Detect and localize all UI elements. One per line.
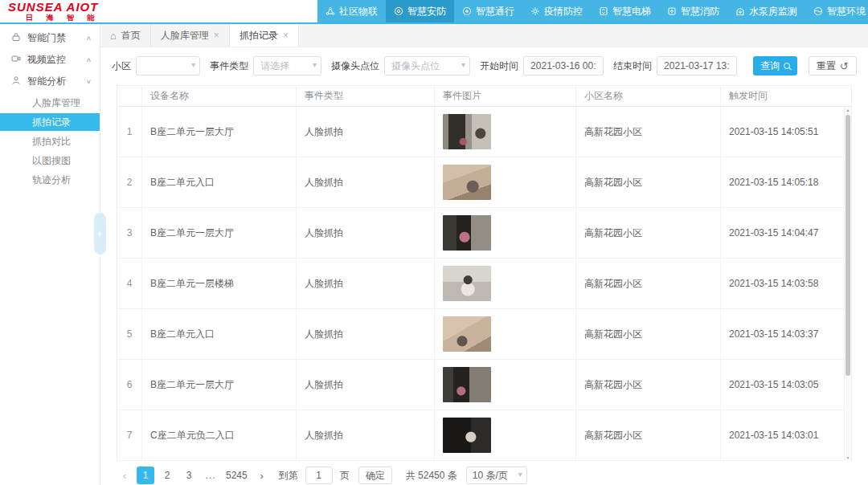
sidebar-item-label: 智能门禁: [27, 31, 80, 45]
page-size-select[interactable]: 10 条/页 ▾: [466, 467, 527, 484]
event-snapshot[interactable]: [443, 165, 491, 200]
camera-select[interactable]: 摄像头点位 ▾: [384, 56, 470, 75]
sidebar-item-search-by-image[interactable]: 以图搜图: [0, 152, 100, 169]
event-type-filter-label: 事件类型: [210, 59, 248, 73]
collapse-arrow-icon: ∧: [86, 35, 92, 42]
event-snapshot[interactable]: [443, 114, 491, 149]
goto-page-label: 到第: [279, 469, 298, 483]
logo: SUNSEA AIOT 日 海 智 能: [8, 1, 193, 22]
table-scrollbar[interactable]: ▲ ▼: [844, 107, 851, 461]
event-type: 人脸抓拍: [297, 410, 435, 460]
goto-page-input[interactable]: [305, 467, 333, 484]
row-index: 4: [117, 259, 142, 308]
device-column-header: 设备名称: [142, 86, 297, 106]
reset-button-label: 重置: [817, 59, 836, 73]
logo-text-en: SUNSEA AIOT: [8, 1, 193, 14]
table-row: 6 B座二单元一层大厅 人脸抓拍 高新花园小区 2021-03-15 14:03…: [117, 360, 851, 410]
sidebar-item-capture-compare[interactable]: 抓拍对比: [0, 132, 100, 150]
close-icon[interactable]: ×: [214, 30, 219, 41]
event-type: 人脸抓拍: [297, 309, 435, 359]
nav-item-elevator[interactable]: 智慧电梯: [591, 0, 659, 22]
trigger-time: 2021-03-15 14:05:51: [721, 107, 851, 157]
capture-records-table: 设备名称 事件类型 事件图片 小区名称 触发时间 1 B座二单元一层大厅 人脸抓…: [117, 85, 852, 461]
start-time-input[interactable]: [523, 56, 604, 75]
event-snapshot[interactable]: [443, 367, 491, 402]
row-index: 6: [117, 360, 142, 410]
camera-select-value: 摄像头点位: [391, 59, 440, 73]
community-name: 高新花园小区: [576, 259, 721, 308]
community-name: 高新花园小区: [576, 107, 721, 157]
sidebar-item-label: 视频监控: [27, 53, 80, 67]
device-name: B座二单元一层楼梯: [142, 259, 297, 308]
sidebar-item-intelligent-analysis[interactable]: 智能分析 ∨: [0, 71, 100, 92]
event-type: 人脸抓拍: [297, 360, 435, 410]
event-type-select[interactable]: 请选择 ▾: [253, 56, 321, 75]
community-icon: [326, 6, 335, 16]
community-filter-label: 小区: [112, 59, 131, 73]
prev-page-button[interactable]: ‹: [117, 470, 133, 482]
nav-item-environment[interactable]: 智慧环境: [805, 0, 868, 22]
close-icon[interactable]: ×: [283, 30, 289, 41]
event-type: 人脸抓拍: [297, 157, 435, 207]
event-type-column-header: 事件类型: [297, 86, 435, 106]
goto-confirm-button[interactable]: 确定: [358, 467, 392, 484]
next-page-button[interactable]: ›: [254, 470, 270, 482]
time-column-header: 触发时间: [721, 86, 851, 106]
camera-icon: [11, 54, 21, 66]
event-snapshot[interactable]: [443, 316, 491, 352]
scroll-down-icon[interactable]: ▼: [845, 455, 851, 460]
sidebar-item-door-access[interactable]: 智能门禁 ∧: [0, 27, 100, 49]
trigger-time: 2021-03-15 14:04:47: [721, 208, 851, 258]
sidebar-item-capture-records[interactable]: 抓拍记录: [0, 113, 100, 131]
start-time-label: 开始时间: [480, 59, 518, 73]
nav-item-community[interactable]: 社区物联: [317, 0, 386, 22]
page-button-last[interactable]: 5245: [223, 467, 250, 484]
tab-label: 抓拍记录: [240, 29, 278, 43]
sidebar-item-face-library[interactable]: 人脸库管理: [0, 94, 100, 112]
sidebar-collapse-handle[interactable]: [94, 213, 106, 255]
table-row: 7 C座二单元负二入口 人脸抓拍 高新花园小区 2021-03-15 14:03…: [117, 410, 851, 461]
device-name: C座二单元负二入口: [142, 410, 297, 460]
scrollbar-thumb[interactable]: [845, 115, 850, 376]
page-button-2[interactable]: 2: [158, 467, 176, 484]
sidebar-item-video-monitor[interactable]: 视频监控 ∧: [0, 49, 100, 71]
epidemic-icon: [530, 6, 540, 16]
end-time-input[interactable]: [657, 56, 737, 75]
tab-capture-records[interactable]: 抓拍记录 ×: [230, 24, 299, 47]
nav-item-pump[interactable]: 水泵房监测: [727, 0, 805, 22]
nav-item-security[interactable]: 智慧安防: [386, 0, 454, 22]
nav-item-label: 智慧电梯: [612, 5, 651, 18]
home-icon: ⌂: [110, 30, 117, 42]
event-snapshot[interactable]: [443, 418, 491, 453]
row-index: 7: [117, 410, 142, 460]
community-select[interactable]: ▾: [136, 56, 200, 75]
nav-item-label: 水泵房监测: [749, 5, 797, 18]
nav-item-label: 社区物联: [339, 5, 378, 18]
index-column-header: [117, 86, 142, 106]
search-button[interactable]: 查询: [753, 56, 797, 75]
reset-button[interactable]: 重置 ↺: [809, 56, 857, 75]
door-lock-icon: [11, 32, 21, 44]
security-icon: [394, 6, 403, 16]
device-name: B座二单元入口: [142, 157, 297, 207]
sidebar-item-trajectory-analysis[interactable]: 轨迹分析: [0, 171, 100, 189]
image-column-header: 事件图片: [435, 86, 576, 106]
page-button-3[interactable]: 3: [180, 467, 198, 484]
tab-home[interactable]: ⌂ 首页: [100, 24, 151, 47]
elevator-icon: [599, 6, 608, 16]
event-type-select-value: 请选择: [260, 59, 289, 73]
tab-face-library[interactable]: 人脸库管理 ×: [151, 24, 230, 47]
nav-item-access[interactable]: 智慧通行: [454, 0, 522, 22]
table-header-row: 设备名称 事件类型 事件图片 小区名称 触发时间: [117, 86, 851, 107]
nav-item-fire[interactable]: 智慧消防: [659, 0, 727, 22]
camera-filter-label: 摄像头点位: [331, 59, 379, 73]
scroll-up-icon[interactable]: ▲: [845, 108, 851, 112]
nav-item-epidemic[interactable]: 疫情防控: [522, 0, 591, 22]
total-count-text: 共 52450 条: [406, 469, 457, 483]
event-snapshot[interactable]: [443, 266, 491, 301]
event-snapshot[interactable]: [443, 215, 491, 251]
page-button-1[interactable]: 1: [137, 467, 154, 484]
chevron-down-icon: ▾: [461, 60, 465, 69]
community-name: 高新花园小区: [576, 360, 721, 410]
person-icon: [11, 75, 21, 88]
